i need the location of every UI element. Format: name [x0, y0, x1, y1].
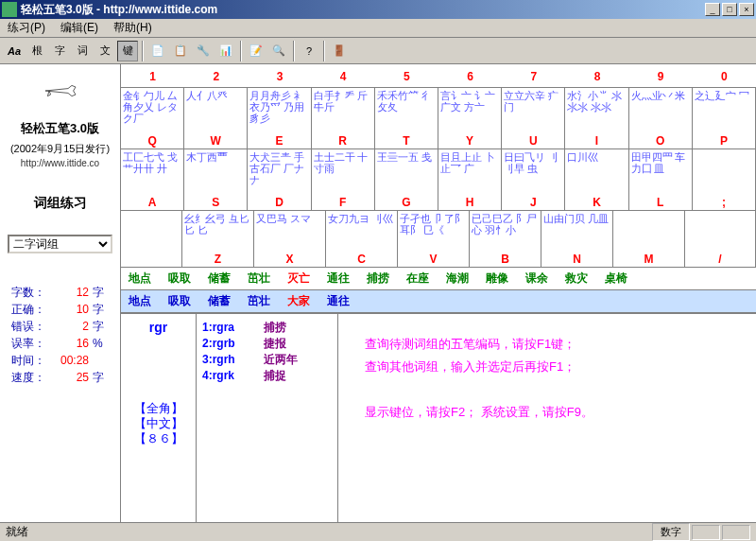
- menu-help[interactable]: 帮助(H): [110, 18, 156, 38]
- ime-indicator: 【全角】: [127, 401, 190, 416]
- tool-aa[interactable]: Aa: [4, 41, 25, 61]
- candidate-item[interactable]: 4:rgrk捕捉: [202, 368, 332, 384]
- tool-exit-icon[interactable]: 🚪: [329, 41, 350, 61]
- stats-value: 25: [51, 369, 89, 386]
- tool-icon-1[interactable]: 📄: [147, 41, 168, 61]
- key-letter: Y: [466, 134, 473, 148]
- key-cell-Q[interactable]: 金钅勹儿 厶角夕乂 レタク厂Q: [121, 88, 184, 149]
- key-letter: P: [720, 134, 728, 148]
- candidate-item[interactable]: 3:rgrh近两年: [202, 352, 332, 368]
- key-letter: B: [501, 253, 509, 266]
- tool-key[interactable]: 键: [117, 41, 138, 61]
- key-letter: C: [357, 253, 366, 266]
- tool-icon-4[interactable]: 📊: [215, 41, 236, 61]
- candidate-code: 3:rgrh: [202, 352, 254, 368]
- key-cell-P[interactable]: 之辶廴宀 冖P: [693, 88, 756, 149]
- target-word: 吸取: [168, 270, 191, 287]
- typed-word: 通往: [327, 293, 350, 309]
- key-letter: R: [338, 134, 347, 148]
- key-letter: W: [211, 134, 221, 148]
- candidate-word: 近两年: [264, 352, 298, 368]
- stats-row: 速度：25字: [11, 369, 109, 386]
- number-cell: 9: [629, 64, 693, 88]
- key-cell-N[interactable]: 山由门贝 几皿N: [541, 211, 613, 268]
- stats-unit: 字: [89, 318, 104, 335]
- key-chars: 日曰⺄リ 刂刂早 虫: [504, 151, 562, 174]
- number-cell: 5: [375, 64, 438, 88]
- stats-label: 错误：: [11, 318, 51, 335]
- wordtype-dropdown[interactable]: 二字词组: [8, 235, 112, 253]
- tool-icon-3[interactable]: 🔧: [193, 41, 214, 61]
- stats-label: 正确：: [11, 301, 51, 318]
- key-letter: E: [275, 134, 283, 148]
- stats-value: 00:28: [51, 352, 89, 369]
- tool-icon-6[interactable]: 🔍: [268, 41, 289, 61]
- key-cell-F[interactable]: 土士二干 十寸雨F: [312, 149, 375, 211]
- key-cell-R[interactable]: 白手扌龵 斤㐄斤R: [312, 88, 375, 149]
- tool-help-icon[interactable]: ?: [299, 41, 319, 61]
- candidate-item[interactable]: 2:rgrb捷报: [202, 336, 332, 352]
- key-cell-Z[interactable]: 幺纟幺弓 彑匕匕 匕Z: [182, 211, 254, 268]
- key-cell-S[interactable]: 木丁西覀S: [184, 149, 248, 211]
- candidate-item[interactable]: 1:rgra捕捞: [202, 320, 332, 336]
- typed-words-row: 地点吸取储蓄茁壮大家通往: [121, 289, 756, 313]
- key-cell-W[interactable]: 人亻八癶W: [184, 88, 248, 149]
- key-cell-;[interactable]: ;: [693, 149, 756, 211]
- key-chars: 子孑也卩 了阝耳阝 㔾《: [400, 213, 467, 236]
- key-letter: /: [718, 253, 721, 266]
- key-cell-C[interactable]: 女刀九ヨ 刂巛C: [326, 211, 398, 268]
- key-letter: J: [530, 196, 537, 209]
- key-cell-H[interactable]: 目且上止 卜止乛 广H: [438, 149, 502, 211]
- key-letter: H: [466, 196, 474, 209]
- typed-word: 茁壮: [248, 293, 270, 309]
- key-cell-E[interactable]: 月月舟彡 衤衣乃爫 乃用豸彡E: [248, 88, 311, 149]
- key-cell-Y[interactable]: 言讠亠 讠亠广文 方亠Y: [438, 88, 502, 149]
- key-cell-U[interactable]: 立立六辛 疒门U: [502, 88, 565, 149]
- key-cell-I[interactable]: 水氵小⺌ 氺氺氺 氺氺I: [565, 88, 628, 149]
- target-word: 灭亡: [287, 270, 310, 287]
- stats-value: 16: [51, 335, 89, 352]
- key-cell-B[interactable]: 已己巳乙 阝尸心 羽忄小B: [470, 211, 541, 268]
- stats-unit: 字: [89, 284, 104, 301]
- key-chars: 女刀九ヨ 刂巛: [328, 213, 395, 224]
- tool-root[interactable]: 根: [26, 41, 47, 61]
- stats-unit: %: [89, 335, 103, 352]
- menu-practice[interactable]: 练习(P): [4, 18, 49, 38]
- tool-icon-2[interactable]: 📋: [170, 41, 191, 61]
- key-cell-A[interactable]: 工匚七弋 戈艹廾卄 廾A: [121, 149, 184, 211]
- maximize-button[interactable]: □: [722, 3, 737, 16]
- key-chars: 大犬三龶 手古石厂 厂ナナ: [249, 151, 308, 185]
- key-cell-X[interactable]: 又巴马 スマX: [254, 211, 326, 268]
- key-cell-K[interactable]: 口川巛K: [565, 149, 628, 211]
- menu-edit[interactable]: 编辑(E): [57, 18, 102, 38]
- key-cell-L[interactable]: 田甲四罒 车力囗 皿L: [629, 149, 693, 211]
- help-line: 查询其他词组，输入并选定后再按F1；: [365, 356, 730, 378]
- key-cell-[interactable]: [121, 211, 182, 268]
- tool-icon-5[interactable]: 📝: [246, 41, 266, 61]
- key-cell-O[interactable]: 火灬业丷 米O: [629, 88, 693, 149]
- tool-text[interactable]: 文: [94, 41, 115, 61]
- close-button[interactable]: ×: [739, 3, 754, 16]
- tool-char[interactable]: 字: [49, 41, 70, 61]
- tool-word[interactable]: 词: [72, 41, 93, 61]
- minimize-button[interactable]: _: [705, 3, 720, 16]
- key-cell-G[interactable]: 王亖一五 戋G: [375, 149, 438, 211]
- key-cell-V[interactable]: 子孑也卩 了阝耳阝 㔾《V: [398, 211, 470, 268]
- key-chars: 山由门贝 几皿: [543, 213, 610, 224]
- key-chars: 水氵小⺌ 氺氺氺 氺氺: [567, 90, 626, 113]
- target-word: 在座: [406, 270, 429, 287]
- key-cell-/[interactable]: /: [685, 211, 756, 268]
- typed-word: 大家: [287, 293, 310, 309]
- key-letter: X: [285, 253, 293, 266]
- help-line: [365, 378, 730, 401]
- key-cell-D[interactable]: 大犬三龶 手古石厂 厂ナナD: [248, 149, 311, 211]
- key-cell-M[interactable]: M: [613, 211, 685, 268]
- key-cell-T[interactable]: 禾禾竹⺮ 彳攵夂T: [375, 88, 438, 149]
- title-bar: 轻松五笔3.0版 - http://www.ittide.com _ □ ×: [0, 0, 756, 19]
- key-letter: L: [657, 196, 663, 209]
- key-cell-J[interactable]: 日曰⺄リ 刂刂早 虫J: [502, 149, 565, 211]
- stats-row: 时间：00:28: [11, 352, 109, 369]
- app-release-date: (2002年9月15日发行): [0, 141, 120, 157]
- status-numlock: 数字: [652, 523, 690, 541]
- stats-unit: 字: [89, 301, 104, 318]
